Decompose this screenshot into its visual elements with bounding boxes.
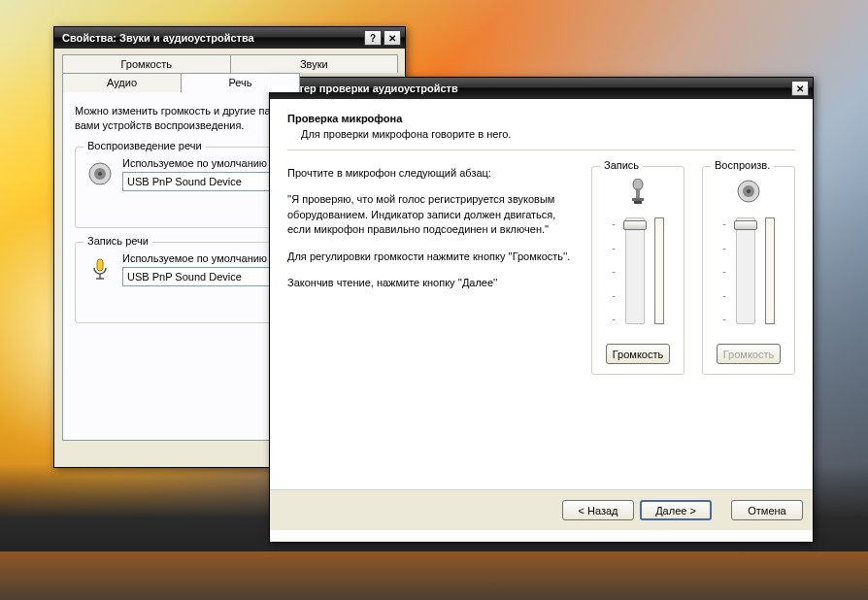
group-legend: Воспроизв. <box>711 159 774 171</box>
help-button[interactable]: ? <box>364 30 382 46</box>
svg-rect-3 <box>97 259 103 271</box>
close-button[interactable]: ✕ <box>384 30 401 46</box>
volume-hint: Для регулировки громкости нажмите кнопку… <box>287 250 572 264</box>
slider-thumb[interactable] <box>734 220 757 230</box>
titlebar[interactable]: Мастер проверки аудиоустройств ✕ <box>270 78 813 99</box>
record-meter-group: Запись ----- Громкость <box>591 166 684 375</box>
tab-audio[interactable]: Аудио <box>62 73 182 92</box>
titlebar[interactable]: Свойства: Звуки и аудиоустройства ? ✕ <box>54 27 405 49</box>
window-title: Мастер проверки аудиоустройств <box>278 83 789 94</box>
instruction-text: Прочтите в микрофон следующий абзац: ''Я… <box>287 166 572 375</box>
record-level-meter <box>654 217 664 324</box>
speaker-icon <box>85 159 115 188</box>
playback-volume-button: Громкость <box>717 344 781 364</box>
group-legend: Воспроизведение речи <box>83 140 206 151</box>
group-legend: Запись <box>600 159 643 171</box>
microphone-icon <box>85 254 115 283</box>
microphone-icon <box>602 179 674 208</box>
back-button[interactable]: < Назад <box>562 500 634 520</box>
window-title: Свойства: Звуки и аудиоустройства <box>62 32 362 44</box>
wizard-subheading: Для проверки микрофона говорите в него. <box>301 128 795 140</box>
close-button[interactable]: ✕ <box>791 81 809 96</box>
playback-meter-group: Воспроизв. ----- Громкость <box>702 166 795 375</box>
slider-ticks: ----- <box>722 217 726 324</box>
audio-wizard-window: Мастер проверки аудиоустройств ✕ Проверк… <box>269 77 814 543</box>
test-paragraph: ''Я проверяю, что мой голос регистрирует… <box>287 192 572 237</box>
tab-volume[interactable]: Громкость <box>62 54 231 73</box>
wizard-body: Проверка микрофона Для проверки микрофон… <box>270 99 813 542</box>
instruction-label: Прочтите в микрофон следующий абзац: <box>287 166 572 181</box>
slider-thumb[interactable] <box>623 220 647 230</box>
svg-rect-9 <box>634 201 642 204</box>
record-volume-button[interactable]: Громкость <box>606 344 670 364</box>
slider-ticks: ----- <box>612 217 616 324</box>
cancel-button[interactable]: Отмена <box>731 500 803 520</box>
wizard-heading: Проверка микрофона <box>287 113 795 124</box>
record-volume-slider[interactable] <box>625 217 645 324</box>
svg-rect-8 <box>632 198 644 201</box>
next-button[interactable]: Далее > <box>640 500 712 520</box>
wizard-footer: < Назад Далее > Отмена <box>270 489 813 530</box>
wallpaper-water <box>0 551 868 600</box>
tab-speech[interactable]: Речь <box>181 73 300 92</box>
svg-point-2 <box>98 172 102 176</box>
group-legend: Запись речи <box>83 235 152 247</box>
next-hint: Закончив чтение, нажмите кнопку ''Далее'… <box>287 276 572 290</box>
divider <box>287 150 795 150</box>
speaker-icon <box>713 179 785 208</box>
svg-rect-7 <box>636 188 640 198</box>
playback-level-meter <box>765 217 775 324</box>
playback-volume-slider[interactable] <box>736 217 755 324</box>
tab-sounds[interactable]: Звуки <box>230 54 399 73</box>
svg-point-12 <box>747 189 751 193</box>
